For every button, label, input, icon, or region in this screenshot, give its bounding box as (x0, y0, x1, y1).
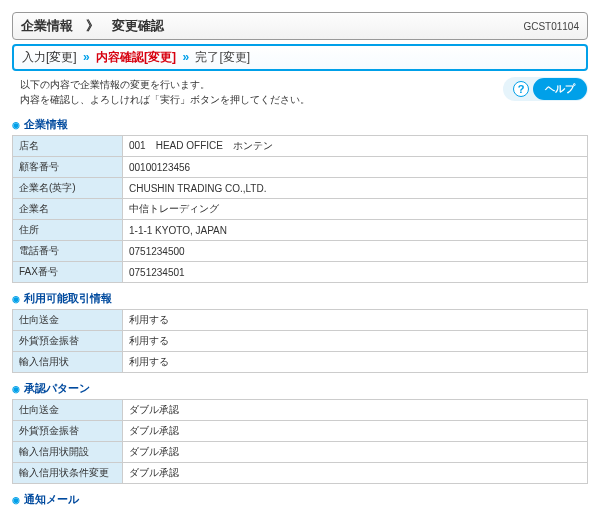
table-row: 仕向送金利用する (13, 310, 588, 331)
help-button[interactable]: ? ヘルプ (503, 77, 588, 101)
instruction-text: 以下の内容で企業情報の変更を行います。内容を確認し、よろしければ「実行」ボタンを… (12, 77, 310, 107)
section-approval-header: 承認パターン (12, 381, 588, 396)
bc-step-confirm: 内容確認[変更] (96, 50, 176, 64)
row-value: ダブル承認 (123, 400, 588, 421)
row-label: FAX番号 (13, 262, 123, 283)
row-value: 0751234500 (123, 241, 588, 262)
row-label: 顧客番号 (13, 157, 123, 178)
row-label: 輸入信用状 (13, 352, 123, 373)
row-value: 00100123456 (123, 157, 588, 178)
title-bar: 企業情報 》 変更確認 GCST01104 (12, 12, 588, 40)
row-label: 輸入信用状開設 (13, 442, 123, 463)
row-value: 0751234501 (123, 262, 588, 283)
screen-code: GCST01104 (523, 21, 579, 32)
row-label: 外貨預金振替 (13, 331, 123, 352)
breadcrumb: 入力[変更] » 内容確認[変更] » 完了[変更] (12, 44, 588, 71)
table-row: 住所1-1-1 KYOTO, JAPAN (13, 220, 588, 241)
table-row: 企業名(英字)CHUSHIN TRADING CO.,LTD. (13, 178, 588, 199)
table-row: 店名001 HEAD OFFICE ホンテン (13, 136, 588, 157)
table-row: 外貨預金振替ダブル承認 (13, 421, 588, 442)
company-table: 店名001 HEAD OFFICE ホンテン顧客番号00100123456企業名… (12, 135, 588, 283)
bc-step-complete: 完了[変更] (195, 50, 250, 64)
row-value: CHUSHIN TRADING CO.,LTD. (123, 178, 588, 199)
row-value: ダブル承認 (123, 442, 588, 463)
row-value: ダブル承認 (123, 463, 588, 484)
page-title: 企業情報 》 変更確認 (21, 17, 164, 35)
row-value: 中信トレーディング (123, 199, 588, 220)
chevron-icon: » (182, 50, 189, 64)
table-row: 顧客番号00100123456 (13, 157, 588, 178)
bc-step-input: 入力[変更] (22, 50, 77, 64)
row-label: 店名 (13, 136, 123, 157)
table-row: 輸入信用状利用する (13, 352, 588, 373)
row-label: 住所 (13, 220, 123, 241)
row-label: 企業名 (13, 199, 123, 220)
help-label: ヘルプ (533, 78, 587, 100)
row-label: 輸入信用状条件変更 (13, 463, 123, 484)
table-row: 輸入信用状開設ダブル承認 (13, 442, 588, 463)
table-row: 輸入信用状条件変更ダブル承認 (13, 463, 588, 484)
row-label: 仕向送金 (13, 310, 123, 331)
approval-table: 仕向送金ダブル承認外貨預金振替ダブル承認輸入信用状開設ダブル承認輸入信用状条件変… (12, 399, 588, 484)
question-icon: ? (513, 81, 529, 97)
row-value: 001 HEAD OFFICE ホンテン (123, 136, 588, 157)
section-company-header: 企業情報 (12, 117, 588, 132)
row-label: 企業名(英字) (13, 178, 123, 199)
table-row: 企業名中信トレーディング (13, 199, 588, 220)
row-value: 利用する (123, 331, 588, 352)
row-value: ダブル承認 (123, 421, 588, 442)
row-value: 1-1-1 KYOTO, JAPAN (123, 220, 588, 241)
row-value: 利用する (123, 310, 588, 331)
section-mail-header: 通知メール (12, 492, 588, 507)
table-row: 外貨預金振替利用する (13, 331, 588, 352)
table-row: 仕向送金ダブル承認 (13, 400, 588, 421)
chevron-icon: » (83, 50, 90, 64)
row-label: 外貨預金振替 (13, 421, 123, 442)
transaction-table: 仕向送金利用する外貨預金振替利用する輸入信用状利用する (12, 309, 588, 373)
section-transaction-header: 利用可能取引情報 (12, 291, 588, 306)
row-label: 仕向送金 (13, 400, 123, 421)
row-label: 電話番号 (13, 241, 123, 262)
row-value: 利用する (123, 352, 588, 373)
table-row: 電話番号0751234500 (13, 241, 588, 262)
table-row: FAX番号0751234501 (13, 262, 588, 283)
